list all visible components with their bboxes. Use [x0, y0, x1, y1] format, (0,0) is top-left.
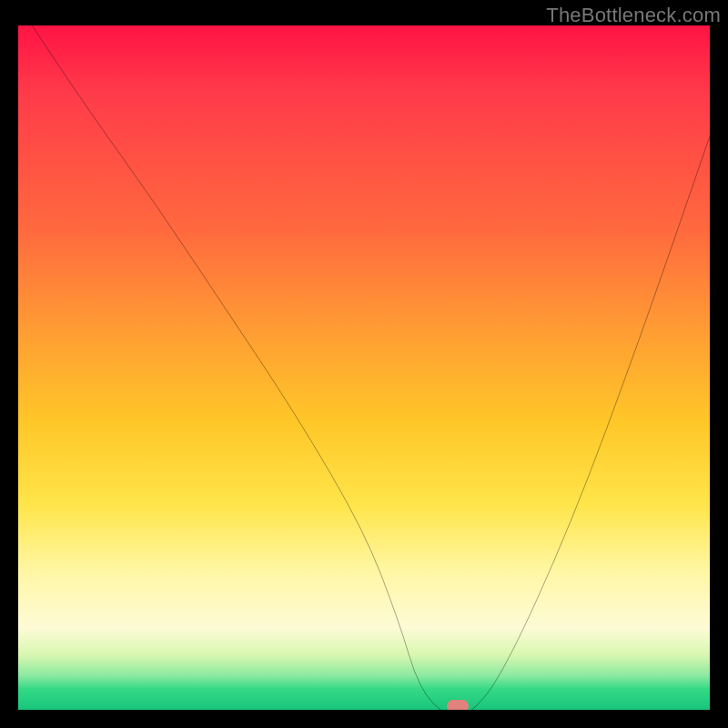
plot-area [18, 25, 710, 710]
watermark-text: TheBottleneck.com [546, 4, 721, 27]
bottleneck-curve [18, 25, 710, 710]
chart-frame: TheBottleneck.com [0, 0, 728, 728]
